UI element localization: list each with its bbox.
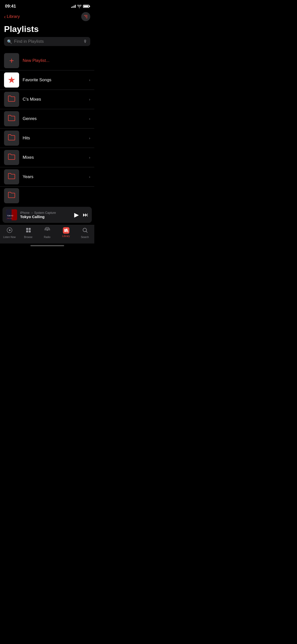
mixes-item[interactable]: Mixes › — [0, 148, 94, 167]
now-playing-controls: ▶ ⏭ — [74, 211, 88, 218]
svg-rect-12 — [66, 229, 67, 232]
genres-label: Genres — [23, 116, 86, 121]
svg-rect-8 — [26, 230, 28, 232]
browse-icon — [25, 227, 31, 235]
chevron-right-icon: › — [89, 117, 90, 121]
folder-icon — [8, 115, 15, 123]
sort-icon — [84, 15, 88, 18]
tab-search[interactable]: Search — [75, 227, 94, 238]
microphone-icon[interactable]: 🎙 — [83, 39, 87, 44]
fast-forward-button[interactable]: ⏭ — [83, 212, 88, 218]
nav-bar: ‹ Library — [0, 11, 94, 23]
new-playlist-icon-bg: + — [4, 53, 19, 68]
chevron-right-icon: › — [89, 136, 90, 140]
browse-label: Browse — [24, 236, 32, 238]
chevron-right-icon: › — [89, 155, 90, 159]
new-playlist-item[interactable]: + New Playlist... — [0, 51, 94, 70]
wifi-icon — [77, 5, 81, 8]
svg-rect-7 — [29, 228, 31, 230]
listen-now-icon — [7, 227, 13, 235]
star-icon: ★ — [8, 75, 16, 85]
hits-icon-bg — [4, 131, 19, 146]
album-art-image: TOKYO CALLING — [6, 209, 17, 220]
back-button[interactable]: ‹ Library — [4, 14, 20, 19]
page-title: Playlists — [0, 23, 94, 37]
search-tab-icon — [82, 227, 88, 235]
search-bar[interactable]: 🔍 🎙 — [4, 37, 90, 46]
home-bar — [30, 245, 64, 246]
svg-rect-9 — [29, 230, 31, 232]
svg-text:TOKYO: TOKYO — [7, 215, 13, 217]
album-art: TOKYO CALLING — [6, 209, 17, 220]
radio-icon — [44, 227, 50, 235]
tab-library[interactable]: Library — [57, 227, 75, 238]
years-icon-bg — [4, 169, 19, 184]
partial-item[interactable] — [0, 187, 94, 205]
cs-mixes-icon-bg — [4, 92, 19, 107]
years-item[interactable]: Years › — [0, 167, 94, 187]
playlist-list: + New Playlist... ★ Favorite Songs › C's… — [0, 51, 94, 205]
folder-icon — [8, 95, 15, 104]
svg-line-14 — [86, 231, 87, 233]
back-chevron-icon: ‹ — [4, 14, 6, 19]
svg-marker-5 — [9, 229, 11, 231]
favorite-songs-item[interactable]: ★ Favorite Songs › — [0, 70, 94, 90]
new-playlist-label: New Playlist... — [23, 58, 90, 63]
search-icon: 🔍 — [7, 39, 12, 44]
folder-icon — [8, 153, 15, 162]
back-label: Library — [7, 14, 20, 19]
years-label: Years — [23, 174, 86, 179]
library-icon — [63, 227, 69, 234]
now-playing-title: Tokyo Calling — [20, 215, 71, 219]
mixes-label: Mixes — [23, 155, 86, 160]
svg-point-10 — [47, 230, 48, 231]
now-playing-info: iPhone → System Capture Tokyo Calling — [20, 211, 71, 219]
plus-icon: + — [9, 57, 14, 65]
cs-mixes-label: C's Mixes — [23, 97, 86, 102]
signal-icon — [71, 5, 76, 8]
play-button[interactable]: ▶ — [74, 211, 79, 218]
status-icons — [71, 5, 89, 8]
sort-filter-button[interactable] — [81, 12, 90, 21]
folder-icon — [8, 173, 15, 181]
folder-icon — [8, 134, 15, 142]
folder-icon — [8, 192, 15, 200]
radio-label: Radio — [44, 236, 50, 238]
svg-rect-6 — [26, 228, 28, 230]
home-indicator — [0, 244, 94, 247]
tab-browse[interactable]: Browse — [19, 227, 38, 238]
status-bar: 09:41 — [0, 0, 94, 11]
tab-bar: Listen Now Browse Radio — [0, 225, 94, 244]
genres-item[interactable]: Genres › — [0, 109, 94, 129]
chevron-right-icon: › — [89, 97, 90, 101]
battery-icon — [83, 5, 89, 8]
library-label: Library — [62, 235, 70, 237]
favorite-songs-icon-bg: ★ — [4, 72, 19, 88]
chevron-right-icon: › — [89, 175, 90, 179]
partial-icon-bg — [4, 188, 19, 203]
chevron-right-icon: › — [89, 78, 90, 82]
now-playing-source: iPhone → System Capture — [20, 211, 71, 215]
genres-icon-bg — [4, 111, 19, 126]
search-input[interactable] — [14, 39, 81, 44]
now-playing-bar[interactable]: TOKYO CALLING iPhone → System Capture To… — [3, 207, 92, 223]
listen-now-label: Listen Now — [3, 236, 16, 238]
cs-mixes-item[interactable]: C's Mixes › — [0, 90, 94, 109]
hits-item[interactable]: Hits › — [0, 129, 94, 148]
svg-rect-11 — [64, 229, 65, 232]
svg-text:CALLING: CALLING — [7, 218, 13, 219]
status-time: 09:41 — [5, 4, 16, 9]
hits-label: Hits — [23, 136, 86, 141]
search-label: Search — [81, 236, 89, 238]
tab-radio[interactable]: Radio — [38, 227, 57, 238]
favorite-songs-label: Favorite Songs — [23, 77, 86, 83]
tab-listen-now[interactable]: Listen Now — [0, 227, 19, 238]
mixes-icon-bg — [4, 150, 19, 165]
